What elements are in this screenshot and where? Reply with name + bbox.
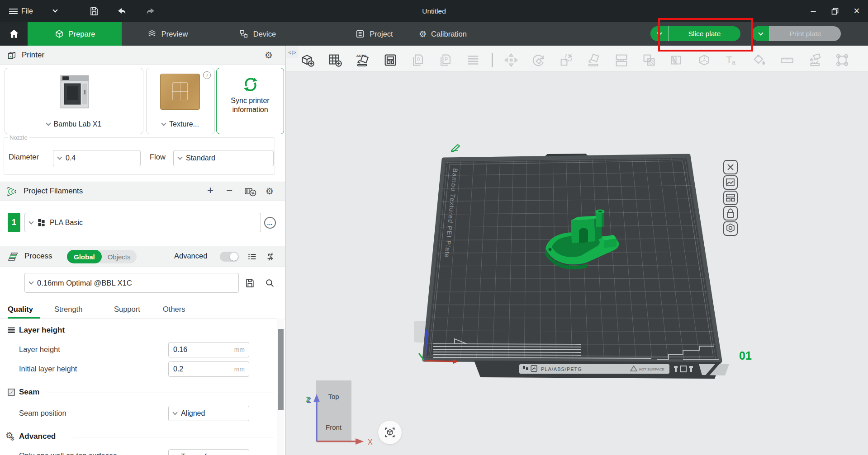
filament-more-button[interactable]: … [264, 217, 276, 229]
process-section-title: Process [24, 252, 52, 261]
tab-preview[interactable]: Preview [136, 22, 199, 46]
search-preset-icon[interactable] [264, 277, 275, 289]
file-menu[interactable]: File [9, 7, 33, 15]
initial-layer-height-value: 0.2 [173, 365, 183, 373]
fit-view-button[interactable] [378, 421, 402, 444]
tab-strength[interactable]: Strength [54, 305, 82, 314]
ams-sync-icon[interactable] [244, 186, 257, 197]
plate-settings-icon[interactable] [724, 222, 737, 235]
save-icon[interactable] [89, 6, 100, 17]
initial-layer-height-input[interactable]: 0.2 mm [168, 361, 249, 377]
advanced-gears-icon: ⚙⚙ [5, 430, 18, 441]
print-plate-label: Print plate [770, 26, 841, 41]
filaments-section-header: Project Filaments + − ⚙ [0, 182, 285, 201]
add-filament-button[interactable]: + [207, 184, 213, 197]
print-options-chevron[interactable] [752, 26, 770, 41]
close-button[interactable]: × [846, 0, 868, 22]
tab-calibration-label: Calibration [431, 30, 467, 38]
only-one-wall-select[interactable]: Top surf... [168, 449, 249, 455]
diameter-label: Diameter [9, 153, 39, 161]
plate-type-label: Texture... [169, 120, 199, 128]
tab-prepare[interactable]: Prepare [28, 22, 122, 46]
layer-height-value: 0.16 [173, 346, 187, 354]
printer-model-chevron-icon [46, 121, 51, 126]
group-divider [47, 393, 274, 393]
tab-support[interactable]: Support [114, 305, 140, 314]
process-preset-select[interactable]: 0.16mm Optimal @BBL X1C [24, 273, 239, 293]
plate-layout-icon[interactable] [724, 191, 737, 205]
layer-height-input[interactable]: 0.16 mm [168, 342, 249, 357]
plate-type-row[interactable]: Texture... [147, 120, 214, 128]
preset-chevron-icon [28, 279, 33, 284]
slice-plate-button[interactable]: Slice plate [650, 26, 740, 41]
redo-icon[interactable] [145, 6, 157, 17]
nozzle-legend: Nozzle [8, 134, 29, 141]
hot-surface-text: HOT SURFACE [639, 367, 664, 371]
layer-height-unit: mm [234, 346, 245, 353]
home-icon [8, 28, 20, 40]
undo-icon[interactable] [116, 6, 128, 17]
flow-chevron-icon [177, 155, 182, 159]
lock-plate-icon[interactable] [724, 206, 737, 220]
restore-icon [831, 8, 839, 15]
process-scope-toggle[interactable]: Global Objects [67, 250, 137, 263]
home-button[interactable] [0, 22, 28, 46]
tab-device[interactable]: Device [228, 22, 286, 46]
seam-icon [6, 387, 17, 398]
tab-preview-label: Preview [161, 30, 188, 38]
axis-x-label: X [368, 438, 373, 446]
process-icon [7, 251, 19, 262]
save-preset-icon[interactable] [244, 277, 256, 289]
compare-presets-icon[interactable] [265, 251, 276, 262]
seam-position-label: Seam position [19, 409, 66, 417]
tab-prepare-label: Prepare [69, 30, 95, 38]
scope-global[interactable]: Global [67, 250, 102, 263]
layer-height-group-title: Layer height [19, 326, 65, 335]
edit-plate-name-icon[interactable] [451, 145, 460, 152]
filament-settings-gear-icon[interactable]: ⚙ [266, 186, 274, 197]
initial-layer-height-label: Initial layer height [19, 365, 77, 373]
main-tab-bar: Prepare Preview Device Project ⚙ Calibra… [0, 22, 868, 46]
minimize-button[interactable]: – [802, 0, 824, 22]
filament-select[interactable]: PLA Basic [24, 213, 261, 232]
sync-icon [241, 75, 261, 94]
printer-settings-gear-icon[interactable]: ⚙ [265, 50, 273, 61]
plate-type-card[interactable]: i Texture... [146, 68, 215, 134]
project-list-icon [355, 29, 365, 39]
tab-project[interactable]: Project [344, 22, 404, 46]
scrollbar-thumb[interactable] [278, 329, 284, 410]
sidebar-scrollbar[interactable] [277, 319, 284, 455]
advanced-toggle[interactable] [220, 252, 239, 262]
plate-type-chevron-icon [161, 121, 166, 126]
restore-button[interactable] [824, 0, 846, 22]
only-one-wall-label: Only one wall on top surfaces [19, 451, 117, 455]
settings-list-icon[interactable] [247, 251, 258, 262]
diameter-value: 0.4 [66, 154, 76, 162]
window-title: Untitled [0, 7, 868, 15]
delete-plate-icon[interactable] [724, 160, 737, 174]
diameter-chevron-icon [57, 155, 62, 159]
remove-filament-button[interactable]: − [226, 184, 232, 197]
plate-type-image [160, 74, 200, 110]
title-bar: File Untitled – × [0, 0, 868, 22]
seam-position-select[interactable]: Aligned [168, 406, 249, 421]
sync-printer-label: Sync printer information [221, 96, 279, 114]
file-menu-chevron-icon[interactable] [52, 7, 57, 12]
plate-type-icon[interactable] [724, 176, 737, 189]
tab-calibration[interactable]: ⚙ Calibration [404, 22, 481, 46]
sync-printer-card[interactable]: Sync printer information [216, 68, 284, 134]
print-plate-button[interactable]: Print plate [752, 26, 841, 41]
printer-model-row[interactable]: Bambu Lab X1 [5, 120, 143, 128]
nozzle-diameter-select[interactable]: 0.4 [53, 150, 141, 166]
scope-objects[interactable]: Objects [102, 253, 137, 261]
prepare-cube-icon [54, 29, 64, 39]
tab-others[interactable]: Others [163, 305, 185, 314]
slice-options-chevron[interactable] [650, 26, 669, 41]
flow-select[interactable]: Standard [173, 150, 274, 166]
front-material-text: PLA/ABS/PETG [541, 366, 582, 372]
tab-quality[interactable]: Quality [8, 305, 33, 314]
printer-card[interactable]: Bambu Lab X1 [5, 68, 143, 134]
device-icon [239, 29, 249, 39]
plate-info-icon[interactable]: i [203, 71, 211, 79]
group-divider [73, 437, 274, 437]
